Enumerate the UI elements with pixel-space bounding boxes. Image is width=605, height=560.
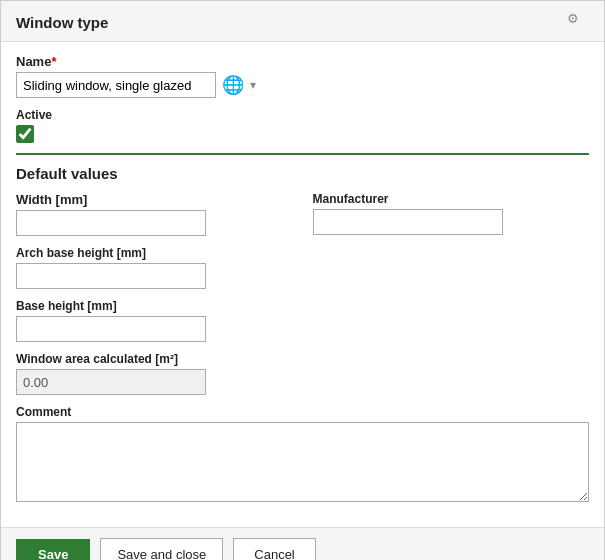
name-row: 🌐 ▾ [16, 72, 589, 98]
name-label: Name* [16, 54, 589, 69]
arch-base-height-field-group: Arch base height [mm] [16, 246, 589, 289]
dialog-header: Window type ⚙ [1, 1, 604, 42]
base-height-field-group: Base height [mm] [16, 299, 589, 342]
width-input[interactable] [16, 210, 206, 236]
save-button[interactable]: Save [16, 539, 90, 560]
comment-field-group: Comment [16, 405, 589, 505]
active-checkbox-wrapper [16, 125, 589, 143]
active-label: Active [16, 108, 589, 122]
manufacturer-label: Manufacturer [313, 192, 590, 206]
manufacturer-input[interactable] [313, 209, 503, 235]
manufacturer-field-group: Manufacturer [313, 192, 590, 236]
dialog-content: Name* 🌐 ▾ Active Default values Width [m… [1, 42, 604, 527]
dialog-footer: Save Save and close Cancel [1, 527, 604, 560]
settings-icon[interactable]: ⚙ [567, 11, 589, 33]
comment-textarea[interactable] [16, 422, 589, 502]
section-divider [16, 153, 589, 155]
active-checkbox[interactable] [16, 125, 34, 143]
width-field-group: Width [mm] [16, 192, 293, 236]
base-height-label: Base height [mm] [16, 299, 589, 313]
window-dialog: Window type ⚙ Name* 🌐 ▾ Active Default v… [0, 0, 605, 560]
width-label: Width [mm] [16, 192, 293, 207]
arch-base-height-label: Arch base height [mm] [16, 246, 589, 260]
globe-icon[interactable]: 🌐 [222, 74, 244, 96]
base-height-input[interactable] [16, 316, 206, 342]
active-field-group: Active [16, 108, 589, 143]
dialog-title: Window type [16, 14, 108, 31]
save-and-close-button[interactable]: Save and close [100, 538, 223, 560]
name-field-group: Name* 🌐 ▾ [16, 54, 589, 98]
window-area-field-group: Window area calculated [m²] [16, 352, 589, 395]
name-input[interactable] [16, 72, 216, 98]
cancel-button[interactable]: Cancel [233, 538, 315, 560]
dropdown-arrow-icon[interactable]: ▾ [250, 78, 256, 92]
width-manufacturer-row: Width [mm] Manufacturer [16, 192, 589, 246]
comment-label: Comment [16, 405, 589, 419]
window-area-input [16, 369, 206, 395]
window-area-label: Window area calculated [m²] [16, 352, 589, 366]
default-values-title: Default values [16, 165, 589, 182]
arch-base-height-input[interactable] [16, 263, 206, 289]
